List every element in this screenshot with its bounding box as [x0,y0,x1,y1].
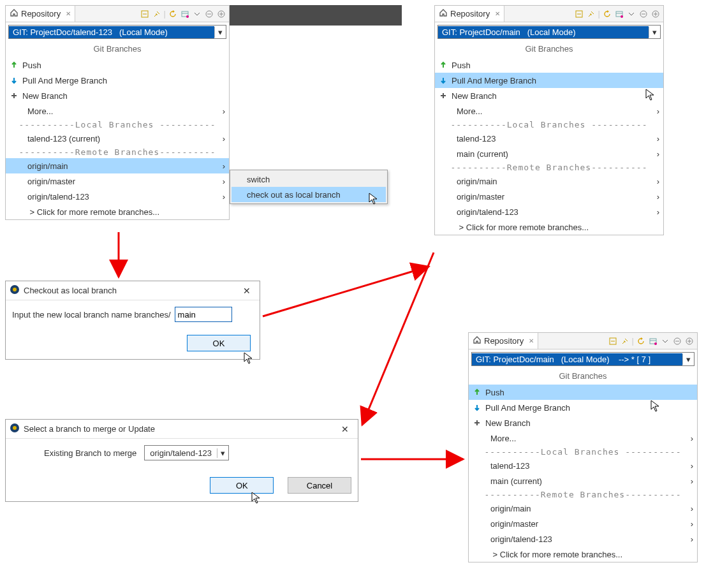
refresh-icon[interactable] [168,9,178,19]
project-selector[interactable]: GIT: ProjectDoc/main (Local Mode) ▾ [437,25,661,39]
branch-name-input[interactable] [175,307,232,322]
plus-icon [473,418,481,427]
close-icon[interactable]: ✕ [526,337,534,344]
ok-button[interactable]: OK [210,477,274,494]
repository-panel-2: Repository ✕ | GIT: ProjectDoc/main (Loc… [434,5,664,235]
submenu-checkout-label: check out as local branch [247,190,341,200]
pull-action[interactable]: Pull And Merge Branch [435,73,663,88]
maximize-icon[interactable] [216,9,226,19]
plus-icon [439,91,448,100]
maximize-icon[interactable] [651,9,661,19]
link-icon[interactable] [586,9,596,19]
home-icon [10,8,18,19]
branch-select[interactable]: origin/talend-123 ▾ [144,445,229,460]
collapse-icon[interactable] [140,9,150,19]
local-branch-item[interactable]: main (current)› [435,146,663,161]
repository-tab[interactable]: Repository ✕ [6,6,75,22]
push-action[interactable]: Push [435,57,663,73]
local-branch-item[interactable]: talend-123› [469,458,697,473]
chevron-down-icon[interactable]: ▾ [649,27,660,38]
remote-branch-item[interactable]: origin/master› [469,516,697,531]
chevron-down-icon[interactable]: ▾ [682,354,694,365]
chevron-right-icon: › [657,149,659,159]
svg-point-32 [654,342,657,345]
push-label: Push [485,388,693,397]
branch-label: origin/talend-123 [490,534,687,544]
svg-line-41 [263,267,429,316]
branch-label: origin/master [490,519,687,529]
close-icon[interactable]: ✕ [336,424,354,434]
remote-branch-item[interactable]: origin/main› [469,501,697,516]
local-branch-item[interactable]: talend-123 (current) › [6,131,229,146]
project-selector-label: GIT: ProjectDoc/main (Local Mode) --> * … [472,353,682,365]
pull-action[interactable]: Pull And Merge Branch [6,73,229,88]
list-icon[interactable] [180,9,190,19]
toolbar: | [608,333,697,349]
minimize-icon[interactable] [204,9,214,19]
more-remote-branches[interactable]: > Click for more remote branches... [435,219,663,235]
remote-branch-item[interactable]: origin/main› [435,173,663,189]
list-icon[interactable] [614,9,624,19]
chevron-right-icon: › [657,134,659,143]
section-title: Git Branches [6,41,229,57]
project-selector[interactable]: GIT: ProjectDoc/talend-123 (Local Mode) … [8,25,226,39]
chevron-down-icon[interactable]: ▾ [214,27,226,38]
close-icon[interactable]: ✕ [238,286,256,296]
chevron-right-icon: › [691,461,693,471]
close-icon[interactable]: ✕ [492,10,500,17]
more-action[interactable]: More... › [435,103,663,119]
branch-label: origin/main [490,504,687,513]
new-branch-action[interactable]: New Branch [6,88,229,103]
remote-branch-item[interactable]: origin/talend-123› [435,204,663,219]
chevron-down-icon[interactable] [660,336,670,346]
arrow-down-icon [473,403,481,412]
local-branch-item[interactable]: main (current)› [469,473,697,489]
checkout-prompt: Input the new local branch name branches… [12,310,171,320]
repository-tab[interactable]: Repository ✕ [435,6,504,22]
project-selector[interactable]: GIT: ProjectDoc/main (Local Mode) --> * … [471,352,695,366]
link-icon[interactable] [620,336,630,346]
more-label: More... [490,434,687,443]
list-icon[interactable] [648,336,658,346]
branch-label: talend-123 [490,461,687,471]
more-action[interactable]: More... › [469,430,697,446]
link-icon[interactable] [152,9,162,19]
chevron-down-icon[interactable] [626,9,636,19]
more-remote-branches[interactable]: > Click for more remote branches... [469,547,697,562]
remote-branch-item[interactable]: origin/talend-123› [469,531,697,547]
local-branch-item[interactable]: talend-123› [435,131,663,146]
more-remote-branches[interactable]: > Click for more remote branches... [6,204,229,219]
more-action[interactable]: More... › [6,103,229,119]
pull-label: Pull And Merge Branch [485,403,693,413]
new-branch-action[interactable]: New Branch [469,415,697,430]
refresh-icon[interactable] [602,9,612,19]
collapse-icon[interactable] [574,9,584,19]
chevron-down-icon[interactable] [192,9,202,19]
collapse-icon[interactable] [608,336,618,346]
pull-action[interactable]: Pull And Merge Branch [469,400,697,415]
push-action[interactable]: Push [6,57,229,73]
remote-branch-item[interactable]: origin/talend-123 › [6,189,229,204]
push-action[interactable]: Push [469,385,697,400]
toolbar: | [574,6,663,22]
more-remote-label: > Click for more remote branches... [27,207,225,217]
maximize-icon[interactable] [684,336,695,346]
submenu-checkout[interactable]: check out as local branch [232,187,386,202]
submenu-switch[interactable]: switch [232,172,386,187]
refresh-icon[interactable] [636,336,646,346]
remote-branch-item[interactable]: origin/main › [6,158,229,173]
merge-dialog: Select a branch to merge or Update ✕ Exi… [5,419,358,502]
minimize-icon[interactable] [672,336,682,346]
remote-branch-item[interactable]: origin/master› [435,189,663,204]
new-branch-action[interactable]: New Branch [435,88,663,103]
ok-button[interactable]: OK [187,335,251,351]
close-icon[interactable]: ✕ [63,10,71,17]
cancel-button[interactable]: Cancel [288,477,351,494]
chevron-right-icon: › [691,534,693,544]
remote-branch-item[interactable]: origin/master › [6,173,229,189]
branch-label: main (current) [490,476,687,486]
chevron-right-icon: › [657,192,659,202]
repository-tab[interactable]: Repository ✕ [469,333,538,349]
minimize-icon[interactable] [638,9,649,19]
tab-label: Repository [484,336,524,346]
